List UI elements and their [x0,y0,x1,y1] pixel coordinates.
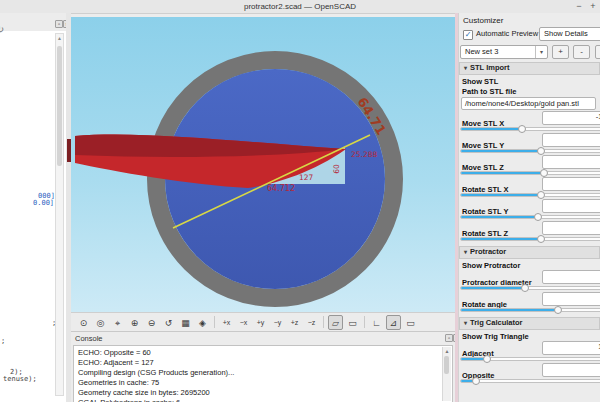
collapse-icon: ▾ [464,65,467,71]
view-all-icon[interactable]: ⊙ [76,315,91,330]
console-line: Compiling design (CSG Products generatio… [78,368,440,378]
preset-remove-button[interactable]: - [573,45,590,59]
redo-icon[interactable]: ↻ [0,24,4,35]
view-gimbal-icon[interactable]: ◈ [195,315,210,330]
code-fragment: tenuse); [3,375,37,383]
zoom-all-icon[interactable]: ⌖ [110,315,125,330]
console-scrollbar[interactable]: ▲ [442,347,451,401]
reset-view-icon[interactable]: ◎ [93,315,108,330]
slider-track[interactable] [460,237,600,241]
slider-track[interactable] [460,171,600,175]
view-bottom-icon[interactable]: −z [304,315,319,330]
param-row: Rotate STL Y0.0 [462,200,600,212]
param-slider[interactable] [461,234,600,244]
slider-handle[interactable] [537,191,545,199]
param-value-input[interactable]: 0.0 [542,221,600,235]
param-value-input[interactable]: 0.0 [542,199,600,213]
slider-track[interactable] [460,286,600,290]
maximize-button[interactable]: + [587,0,599,12]
view-selection-icon[interactable]: ▭ [403,315,418,330]
param-slider[interactable] [461,305,600,315]
adjacent-label: 127 [299,173,314,182]
preset-dropdown[interactable]: New set 3 ▾ [460,45,548,59]
zoom-in-icon[interactable]: ⊕ [127,315,142,330]
param-slider[interactable] [461,376,600,386]
slider-handle[interactable] [472,377,480,385]
customizer-panel: Customizer ✓ Automatic Preview Show Deta… [458,13,600,402]
stl-path-input[interactable]: /home/none4/Desktop/gold pan.stl [461,97,596,110]
slider-fill [461,172,543,174]
slider-handle[interactable] [483,355,491,363]
section-header[interactable]: ▾Protractor [459,246,600,259]
slider-handle[interactable] [554,306,562,314]
3d-viewport[interactable]: 64.71 25.288 60 127 64.712 [71,17,455,312]
chevron-down-icon[interactable]: ▾ [535,46,547,58]
param-value-input[interactable]: 60.0 [542,363,600,377]
automatic-preview-checkbox[interactable]: ✓ [463,30,473,40]
param-value-input[interactable]: 381. [542,270,600,284]
slider-handle[interactable] [540,169,548,177]
show-details-dropdown[interactable]: Show Details [539,27,600,41]
param-value-input[interactable]: 64.7 [542,292,600,306]
slider-track[interactable] [460,215,600,219]
preset-save-button[interactable] [595,45,600,59]
code-fragment: 0.00] [33,199,54,207]
measure-angle-icon[interactable]: ⊿ [386,315,401,330]
console-scroll-handle[interactable] [444,356,449,374]
param-value-input[interactable]: 30.0 [542,155,600,169]
console-undock-icon[interactable]: ▫ [445,334,453,342]
toggle-label[interactable]: Show Protractor [462,261,600,270]
minimize-button[interactable]: − [573,0,585,12]
param-value-input[interactable]: 127.0 [542,341,600,355]
param-value-input[interactable]: -127.0 [542,111,600,125]
measure-distance-icon[interactable]: ∟ [369,315,384,330]
toolbar-separator [323,316,324,328]
slider-handle[interactable] [537,235,545,243]
rotate-view-icon[interactable]: ↺ [161,315,176,330]
param-row: Rotate STL Z0.0 [462,222,600,234]
export-image-icon[interactable]: ▦ [178,315,193,330]
slider-fill [461,309,557,311]
slider-track[interactable] [460,127,600,131]
slider-fill [461,238,540,240]
param-row: Protractor diameter381. [462,271,600,283]
hyp-angle-label: 25.288 [351,150,377,159]
perspective-icon[interactable]: ▱ [328,315,343,330]
param-row: Adjacent127.0 [462,342,600,354]
slider-track[interactable] [460,308,600,312]
preset-add-button[interactable]: + [552,45,569,59]
editor-scrollbar[interactable]: ▲ [55,33,64,396]
base-angle-label: 64.712 [267,184,295,193]
slider-handle[interactable] [537,147,545,155]
zoom-out-icon[interactable]: ⊖ [144,315,159,330]
slider-handle[interactable] [534,213,542,221]
param-value-input[interactable]: 0.0 [542,177,600,191]
slider-track[interactable] [460,379,600,383]
view-back-icon[interactable]: −y [270,315,285,330]
slider-track[interactable] [460,193,600,197]
editor-undock-icon[interactable]: ▫ [55,20,63,28]
scroll-up-icon[interactable]: ▲ [56,34,63,42]
toolbar-separator [364,316,365,328]
orthogonal-icon[interactable]: ▭ [345,315,360,330]
view-top-icon[interactable]: +z [287,315,302,330]
view-front-icon[interactable]: +y [253,315,268,330]
param-row: Move STL Y-2.5 [462,134,600,146]
section-header[interactable]: ▾Trig Calculator [459,317,600,330]
toggle-label[interactable]: Show STL [462,77,600,86]
toggle-label[interactable]: Show Trig Triangle [462,332,600,341]
section-header[interactable]: ▾STL Import [459,62,600,75]
slider-track[interactable] [460,149,600,153]
slider-fill [461,216,537,218]
scroll-up-icon[interactable]: ▲ [443,347,451,355]
console-line: ECHO: Adjacent = 127 [78,358,440,368]
view-right-icon[interactable]: +x [219,315,234,330]
editor-scroll-handle[interactable] [57,46,62,166]
param-value-input[interactable]: -2.5 [542,133,600,147]
view-left-icon[interactable]: −x [236,315,251,330]
title-bar: protractor2.scad — OpenSCAD − + [0,0,600,14]
slider-handle[interactable] [518,125,526,133]
slider-handle[interactable] [521,284,529,292]
console-output[interactable]: ECHO: Opposite = 60ECHO: Adjacent = 127C… [73,345,453,402]
slider-track[interactable] [460,357,600,361]
